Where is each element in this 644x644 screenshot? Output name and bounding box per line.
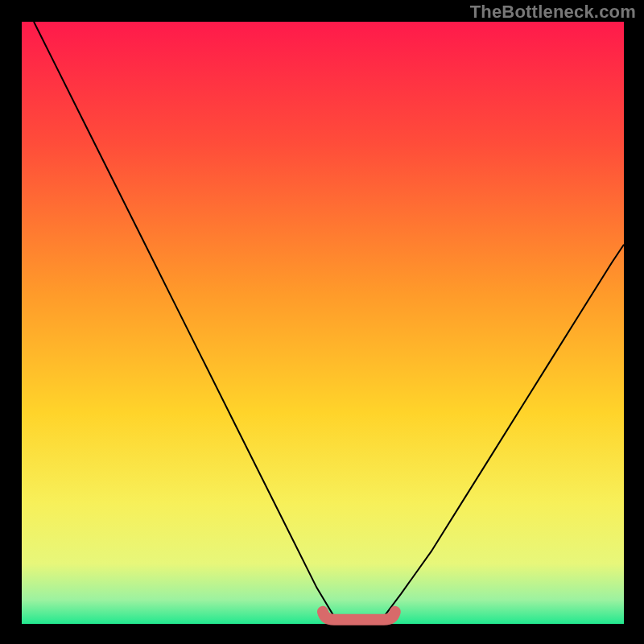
- plot-background: [22, 22, 624, 624]
- bottleneck-chart: [0, 0, 644, 644]
- watermark-text: TheBottleneck.com: [470, 2, 636, 23]
- chart-container: { "watermark": "TheBottleneck.com", "col…: [0, 0, 644, 644]
